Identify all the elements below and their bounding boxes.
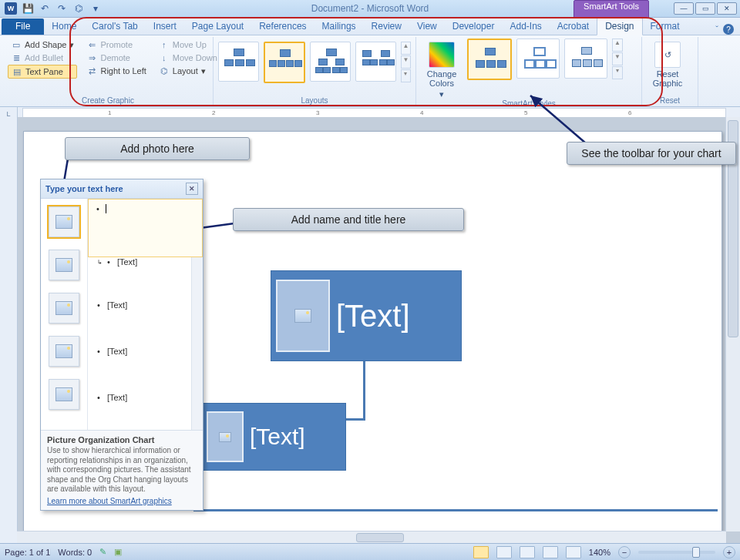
text-pane-thumb[interactable] — [49, 336, 79, 367]
view-draft-button[interactable] — [566, 546, 581, 558]
tab-acrobat[interactable]: Acrobat — [550, 18, 597, 35]
zoom-slider-thumb[interactable] — [692, 547, 700, 558]
text-pane-button[interactable]: ▤Text Pane — [8, 65, 77, 79]
promote-button[interactable]: ⇐Promote — [83, 39, 149, 51]
undo-icon[interactable]: ↶ — [39, 2, 51, 15]
group-layouts: ▲ ▼ ▾ Layouts — [214, 37, 416, 106]
reset-graphic-button[interactable]: ↺ Reset Graphic — [647, 39, 688, 88]
ribbon-tabs: File Home Carol's Tab Insert Page Layout… — [0, 18, 740, 35]
word-app-icon[interactable]: W — [5, 2, 17, 15]
restore-button[interactable]: ▭ — [695, 2, 715, 15]
change-colors-icon — [429, 42, 455, 68]
layout-option-4[interactable] — [355, 42, 396, 82]
status-proofing-icon[interactable]: ✎ — [99, 547, 106, 557]
text-pane-footer: Picture Organization Chart Use to show h… — [41, 430, 203, 510]
minimize-button[interactable]: — — [674, 2, 694, 15]
gallery-more-icon[interactable]: ▾ — [401, 69, 411, 82]
smartart-child-node[interactable]: [Text] — [201, 403, 346, 471]
tab-mailings[interactable]: Mailings — [314, 18, 364, 35]
text-pane-learn-more-link[interactable]: Learn more about SmartArt graphics — [47, 497, 172, 505]
text-pane-thumb[interactable] — [49, 293, 79, 324]
vertical-ruler[interactable] — [0, 117, 18, 544]
close-button[interactable]: ✕ — [717, 2, 737, 15]
rtl-label: Right to Left — [100, 66, 146, 75]
tab-home[interactable]: Home — [44, 18, 84, 35]
tab-design[interactable]: Design — [597, 18, 642, 35]
zoom-in-button[interactable]: + — [723, 546, 735, 558]
styles-more-icon[interactable]: ▾ — [612, 66, 623, 79]
gallery-up-icon[interactable]: ▲ — [401, 42, 411, 55]
status-words[interactable]: Words: 0 — [58, 548, 92, 557]
layout-option-1[interactable] — [218, 42, 259, 82]
status-macro-icon[interactable]: ▣ — [114, 547, 122, 557]
demote-button[interactable]: ⇒Demote — [83, 52, 149, 64]
right-to-left-button[interactable]: ⇄Right to Left — [83, 65, 149, 77]
group-label-layouts: Layouts — [218, 96, 411, 106]
layout-button[interactable]: ⌬Layout ▾ — [156, 65, 220, 77]
zoom-level[interactable]: 140% — [589, 548, 610, 557]
smartart-picture-placeholder[interactable] — [276, 280, 330, 352]
layout-option-2-selected[interactable] — [264, 42, 306, 83]
promote-label: Promote — [100, 40, 133, 49]
tab-review[interactable]: Review — [364, 18, 409, 35]
ribbon-minimize-icon[interactable]: ˇ — [715, 25, 718, 34]
text-pane-thumb[interactable] — [49, 379, 79, 410]
horizontal-scroll-thumb[interactable] — [356, 533, 404, 542]
gallery-down-icon[interactable]: ▼ — [401, 55, 411, 69]
callout-toolbar: See the toolbar for your chart — [567, 142, 736, 165]
style-option-1-selected[interactable] — [467, 39, 512, 80]
file-tab[interactable]: File — [2, 18, 44, 35]
qat-orgchart-icon[interactable]: ⌬ — [72, 2, 85, 15]
add-shape-button[interactable]: ▭Add Shape ▾ — [8, 39, 77, 51]
text-pane-thumb[interactable] — [49, 206, 79, 237]
text-pane-item[interactable]: ↳• [Text] — [97, 257, 193, 267]
zoom-out-button[interactable]: − — [618, 546, 631, 558]
smartart-picture-placeholder[interactable] — [207, 411, 244, 462]
text-pane-thumb[interactable] — [49, 250, 79, 280]
move-up-button[interactable]: ↑Move Up — [156, 39, 220, 51]
tab-references[interactable]: References — [251, 18, 314, 35]
vertical-scrollbar[interactable] — [725, 117, 740, 531]
styles-down-icon[interactable]: ▼ — [612, 52, 623, 65]
style-option-2[interactable] — [516, 39, 560, 79]
picture-icon — [56, 215, 72, 229]
move-down-button[interactable]: ↓Move Down — [156, 52, 220, 64]
qat-more-icon[interactable]: ▾ — [89, 2, 102, 15]
save-icon[interactable]: 💾 — [22, 2, 34, 15]
smartart-root-node[interactable]: [Text] — [271, 270, 462, 361]
text-pane-close-button[interactable]: ✕ — [186, 183, 198, 195]
zoom-slider[interactable] — [638, 551, 715, 554]
change-colors-button[interactable]: Change Colors ▾ — [421, 39, 462, 99]
tab-format[interactable]: Format — [643, 18, 688, 35]
layout-option-3[interactable] — [310, 42, 351, 82]
text-pane-header: Type your text here ✕ — [41, 179, 203, 199]
tab-carols[interactable]: Carol's Tab — [84, 18, 145, 35]
style-option-3[interactable] — [564, 39, 607, 79]
view-outline-button[interactable] — [543, 546, 558, 558]
view-print-layout-button[interactable] — [473, 546, 489, 558]
text-pane-item[interactable]: • [Text] — [97, 347, 193, 356]
smartart-node-text[interactable]: [Text] — [336, 299, 410, 334]
text-pane-item-label: [Text] — [117, 257, 137, 267]
help-icon[interactable]: ? — [723, 24, 734, 35]
text-pane-item[interactable]: • [Text] — [97, 393, 193, 402]
tab-developer[interactable]: Developer — [445, 18, 503, 35]
ruler-tick: 3 — [316, 109, 319, 116]
tab-addins[interactable]: Add-Ins — [502, 18, 549, 35]
tab-insert[interactable]: Insert — [146, 18, 184, 35]
status-page[interactable]: Page: 1 of 1 — [5, 548, 50, 557]
text-pane-thumbnails — [41, 199, 88, 430]
view-web-layout-button[interactable] — [520, 546, 535, 558]
horizontal-scrollbar[interactable] — [17, 531, 726, 544]
text-pane-item-active[interactable]: • — [88, 199, 203, 257]
tab-pagelayout[interactable]: Page Layout — [184, 18, 251, 35]
tab-view[interactable]: View — [409, 18, 445, 35]
view-full-screen-button[interactable] — [496, 546, 512, 558]
text-pane-item-label: [Text] — [107, 300, 127, 310]
rtl-icon: ⇄ — [86, 65, 97, 76]
redo-icon[interactable]: ↷ — [56, 2, 68, 15]
styles-up-icon[interactable]: ▲ — [612, 39, 623, 52]
add-bullet-button[interactable]: ≣Add Bullet — [8, 52, 77, 64]
text-pane-item[interactable]: • [Text] — [97, 300, 193, 310]
smartart-node-text[interactable]: [Text] — [250, 424, 305, 450]
